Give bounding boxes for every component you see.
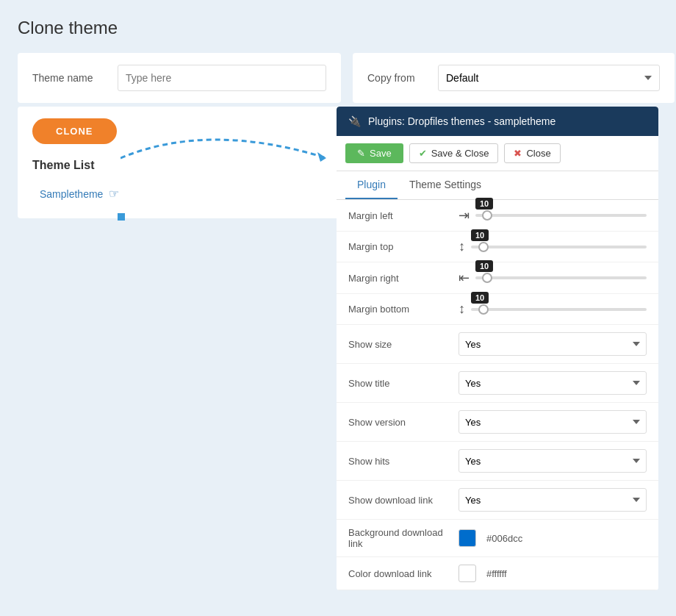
- close-label: Close: [526, 148, 550, 159]
- background-download-link-label: Background download link: [348, 527, 459, 549]
- theme-name-card: Theme name: [18, 53, 341, 103]
- margin-right-value: 10: [475, 260, 493, 272]
- copy-from-card: Copy from Default Sampletheme: [353, 53, 675, 103]
- margin-left-label: Margin left: [348, 210, 459, 221]
- show-title-control: YesNo: [459, 371, 647, 395]
- setting-show-title: Show title YesNo: [337, 364, 658, 403]
- close-button[interactable]: ✖ Close: [504, 143, 560, 163]
- save-label: Save: [370, 148, 392, 159]
- show-version-select[interactable]: YesNo: [459, 410, 647, 434]
- margin-left-control: ⇥ 10: [459, 207, 647, 223]
- margin-top-icon: ↕: [459, 239, 465, 254]
- margin-left-icon: ⇥: [459, 207, 470, 223]
- color-download-link-control: #ffffff: [459, 565, 647, 582]
- margin-bottom-track[interactable]: [471, 308, 647, 311]
- show-size-select[interactable]: YesNo: [459, 332, 647, 356]
- setting-margin-right: Margin right ⇤ 10: [337, 262, 658, 294]
- margin-bottom-thumb[interactable]: [478, 304, 489, 315]
- right-panel: 🔌 Plugins: Dropfiles themes - samplethem…: [337, 107, 658, 590]
- cursor-icon: ☞: [109, 187, 119, 201]
- setting-margin-left: Margin left ⇥ 10: [337, 200, 658, 232]
- margin-left-value: 10: [475, 198, 493, 209]
- margin-right-label: Margin right: [348, 273, 459, 284]
- save-close-button[interactable]: ✔ Save & Close: [409, 143, 499, 163]
- margin-left-thumb[interactable]: [482, 210, 492, 221]
- margin-top-value: 10: [471, 229, 489, 241]
- setting-margin-top: Margin top ↕ 10: [337, 232, 658, 262]
- setting-show-download-link: Show download link YesNo: [337, 481, 658, 520]
- margin-right-slider-container: 10: [475, 276, 647, 279]
- left-panel: CLONE Theme List Sampletheme ☞: [18, 107, 341, 218]
- copy-from-label: Copy from: [367, 72, 426, 84]
- plugin-icon: 🔌: [348, 115, 361, 127]
- color-download-link-label: Color download link: [348, 568, 459, 579]
- show-version-label: Show version: [348, 417, 459, 428]
- tabs-row: Plugin Theme Settings: [337, 171, 658, 200]
- background-download-link-swatch[interactable]: [459, 529, 476, 547]
- show-size-label: Show size: [348, 339, 459, 350]
- show-size-control: YesNo: [459, 332, 647, 356]
- copy-from-select[interactable]: Default Sampletheme: [438, 65, 660, 91]
- margin-bottom-label: Margin bottom: [348, 304, 459, 315]
- show-hits-control: YesNo: [459, 449, 647, 473]
- show-title-select[interactable]: YesNo: [459, 371, 647, 395]
- toolbar: ✎ Save ✔ Save & Close ✖ Close: [337, 136, 658, 171]
- margin-bottom-control: ↕ 10: [459, 301, 647, 317]
- show-download-link-control: YesNo: [459, 488, 647, 512]
- setting-color-download-link: Color download link #ffffff: [337, 557, 658, 590]
- list-item[interactable]: Sampletheme ☞: [32, 181, 326, 207]
- background-download-link-control: #006dcc: [459, 529, 647, 547]
- theme-name-label: Theme name: [32, 72, 106, 84]
- show-title-label: Show title: [348, 378, 459, 389]
- margin-bottom-value: 10: [471, 292, 489, 304]
- margin-right-control: ⇤ 10: [459, 270, 647, 286]
- setting-background-download-link: Background download link #006dcc: [337, 520, 658, 557]
- margin-right-icon: ⇤: [459, 270, 470, 286]
- margin-right-track[interactable]: [475, 276, 647, 279]
- margin-left-slider-container: 10: [475, 214, 647, 217]
- show-download-link-select[interactable]: YesNo: [459, 488, 647, 512]
- setting-show-hits: Show hits YesNo: [337, 442, 658, 481]
- color-download-link-value: #ffffff: [486, 568, 507, 579]
- setting-show-size: Show size YesNo: [337, 325, 658, 364]
- save-close-label: Save & Close: [431, 148, 489, 159]
- theme-list-title: Theme List: [32, 159, 326, 172]
- setting-margin-bottom: Margin bottom ↕ 10: [337, 294, 658, 325]
- check-icon: ✔: [419, 148, 427, 159]
- background-download-link-value: #006dcc: [486, 533, 522, 544]
- margin-top-track[interactable]: [471, 246, 647, 248]
- panel-header-title: Plugins: Dropfiles themes - sampletheme: [368, 115, 555, 127]
- show-hits-select[interactable]: YesNo: [459, 449, 647, 473]
- margin-top-slider-container: 10: [471, 246, 647, 248]
- theme-name-input[interactable]: [118, 65, 326, 91]
- clone-button[interactable]: CLONE: [32, 118, 117, 144]
- save-icon: ✎: [357, 148, 365, 159]
- margin-top-thumb[interactable]: [478, 242, 489, 252]
- show-hits-label: Show hits: [348, 456, 459, 467]
- save-button[interactable]: ✎ Save: [345, 143, 403, 163]
- margin-bottom-slider-container: 10: [471, 308, 647, 311]
- show-version-control: YesNo: [459, 410, 647, 434]
- margin-top-control: ↕ 10: [459, 239, 647, 254]
- show-download-link-label: Show download link: [348, 495, 459, 506]
- settings-content: Margin left ⇥ 10 Margin top ↕ 10: [337, 200, 658, 590]
- page-title: Clone theme: [18, 18, 658, 38]
- color-download-link-swatch[interactable]: [459, 565, 476, 582]
- dot-indicator: [118, 213, 125, 221]
- panel-header: 🔌 Plugins: Dropfiles themes - samplethem…: [337, 107, 658, 136]
- close-icon: ✖: [514, 148, 522, 159]
- tab-plugin[interactable]: Plugin: [345, 171, 398, 199]
- tab-theme-settings[interactable]: Theme Settings: [398, 171, 493, 199]
- theme-item-name: Sampletheme: [40, 188, 103, 200]
- margin-right-thumb[interactable]: [482, 273, 492, 283]
- margin-top-label: Margin top: [348, 241, 459, 252]
- margin-left-track[interactable]: [475, 214, 647, 217]
- top-row: Theme name Copy from Default Sampletheme: [18, 53, 676, 103]
- setting-show-version: Show version YesNo: [337, 403, 658, 442]
- arrow-decoration: [121, 114, 370, 187]
- margin-bottom-icon: ↕: [459, 301, 465, 317]
